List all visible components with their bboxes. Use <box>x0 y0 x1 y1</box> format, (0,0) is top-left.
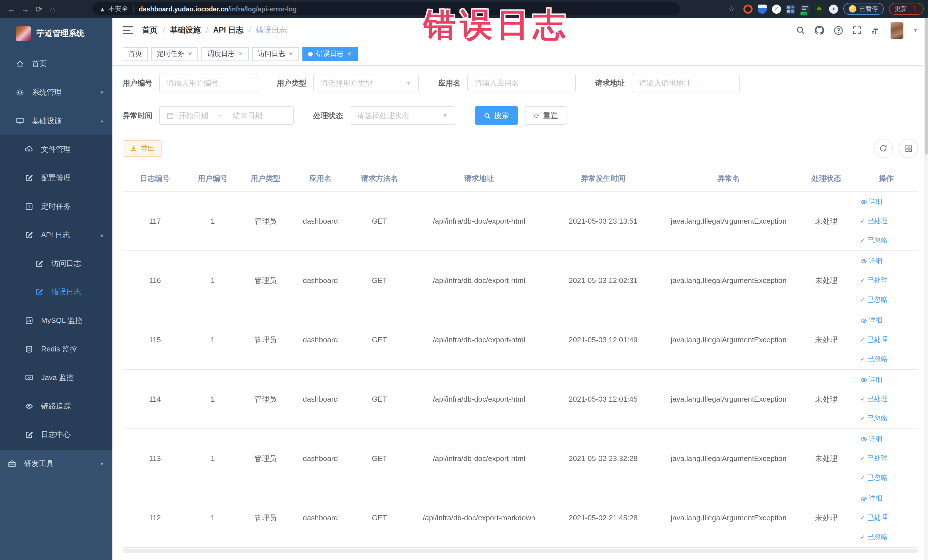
mark-processed-link[interactable]: ✓ 已处理 <box>860 394 887 404</box>
mark-processed-link[interactable]: ✓ 已处理 <box>860 216 887 226</box>
font-size-icon[interactable] <box>871 26 881 35</box>
sidebar-item-scheduled-jobs[interactable]: 定时任务 <box>0 192 112 221</box>
mark-ignored-link[interactable]: ✓ 已忽略 <box>860 295 887 305</box>
mark-ignored-link[interactable]: ✓ 已忽略 <box>860 473 887 483</box>
extension-leaf-icon[interactable]: ☘ <box>815 4 824 14</box>
security-warning-icon[interactable]: ▲ <box>99 5 105 12</box>
col-url: 请求地址 <box>411 167 547 191</box>
vertical-scrollbar[interactable] <box>924 18 928 560</box>
cell-user-type: 管理员 <box>238 310 293 369</box>
check-icon: ✓ <box>860 356 865 363</box>
app-name-input[interactable]: 请输入应用名 <box>467 73 576 92</box>
extension-on-badge-icon[interactable]: on <box>800 4 810 14</box>
browser-forward-icon[interactable]: → <box>18 2 32 16</box>
mark-processed-link[interactable]: ✓ 已处理 <box>860 335 887 345</box>
url-path: /infra/log/api-error-log <box>228 5 297 12</box>
breadcrumb-home[interactable]: 首页 <box>142 25 157 35</box>
detail-link[interactable]: 详细 <box>860 197 882 206</box>
extension-pinwheel-icon[interactable]: ✦ <box>829 4 838 14</box>
col-time: 异常发生时间 <box>547 167 659 191</box>
sidebar-item-config-mgmt[interactable]: 配置管理 <box>0 164 112 192</box>
request-url-input[interactable]: 请输入请求地址 <box>632 73 740 92</box>
detail-link[interactable]: 详细 <box>860 493 882 503</box>
exception-time-range-picker[interactable]: 开始日期 ~ 结束日期 <box>159 106 294 125</box>
tab-access-log[interactable]: 访问日志✕ <box>252 47 299 61</box>
bookmark-star-icon[interactable]: ☆ <box>725 2 738 16</box>
user-menu-caret-icon[interactable]: ▼ <box>913 27 918 33</box>
close-icon[interactable]: ✕ <box>289 51 293 57</box>
user-id-input[interactable]: 请输入用户编号 <box>159 73 257 92</box>
address-bar[interactable]: ▲ 不安全 dashboard.yudao.iocoder.cn/infra/l… <box>92 2 680 15</box>
scrollbar-thumb[interactable] <box>925 18 928 155</box>
sidebar-item-error-log[interactable]: 错误日志 <box>0 278 112 307</box>
browser-update-button[interactable]: 更新 ⋮ <box>889 3 924 15</box>
mark-processed-link[interactable]: ✓ 已处理 <box>860 453 887 463</box>
mark-ignored-link[interactable]: ✓ 已忽略 <box>860 354 887 364</box>
sidebar-item-system-mgmt[interactable]: 系统管理 ▼ <box>0 78 112 107</box>
user-avatar[interactable] <box>890 21 904 39</box>
profile-paused-badge[interactable]: 已暂停 <box>843 3 884 15</box>
edit-icon <box>25 174 33 182</box>
extension-grid-icon[interactable] <box>786 4 795 14</box>
cell-app-name: dashboard <box>293 310 348 369</box>
sidebar-item-file-mgmt[interactable]: 文件管理 <box>0 135 112 164</box>
breadcrumb-api-log[interactable]: API 日志 <box>213 25 244 35</box>
browser-home-icon[interactable]: ⌂ <box>46 2 60 16</box>
sidebar-toggle-icon[interactable] <box>123 26 133 34</box>
tab-scheduled-jobs[interactable]: 定时任务✕ <box>151 47 198 61</box>
browser-reload-icon[interactable]: ⟳ <box>32 2 46 16</box>
detail-link[interactable]: 详细 <box>860 316 882 325</box>
search-button[interactable]: 搜索 <box>475 106 518 125</box>
refresh-button[interactable] <box>873 139 893 158</box>
sidebar-item-log-center[interactable]: 日志中心 <box>0 421 112 449</box>
detail-link[interactable]: 详细 <box>860 256 882 266</box>
sidebar-item-api-log[interactable]: API 日志 ▲ <box>0 221 112 249</box>
detail-link[interactable]: 详细 <box>860 375 882 385</box>
breadcrumb-infra[interactable]: 基础设施 <box>170 25 201 35</box>
tab-home[interactable]: 首页 <box>123 47 148 61</box>
detail-link[interactable]: 详细 <box>860 434 882 444</box>
export-button[interactable]: 导出 <box>123 140 162 157</box>
sidebar-item-mysql-monitor[interactable]: MySQL 监控 <box>0 307 112 335</box>
close-icon[interactable]: ✕ <box>347 51 352 57</box>
home-icon <box>16 60 24 68</box>
tab-error-log[interactable]: 错误日志✕ <box>302 47 357 61</box>
mark-processed-link[interactable]: ✓ 已处理 <box>860 513 887 523</box>
mark-ignored-link[interactable]: ✓ 已忽略 <box>860 533 887 542</box>
col-method: 请求方法名 <box>348 167 411 191</box>
close-icon[interactable]: ✕ <box>238 51 243 57</box>
help-icon[interactable] <box>833 25 843 35</box>
sidebar-item-java-monitor[interactable]: Java 监控 <box>0 363 112 392</box>
horizontal-scrollbar[interactable] <box>123 549 918 553</box>
process-status-select[interactable]: 请选择处理状态▼ <box>350 106 455 125</box>
extension-shield-icon[interactable] <box>758 4 767 14</box>
close-icon[interactable]: ✕ <box>188 51 192 57</box>
browser-back-icon[interactable]: ← <box>5 2 18 16</box>
sidebar-item-home[interactable]: 首页 <box>0 50 112 78</box>
mark-ignored-link[interactable]: ✓ 已忽略 <box>860 236 887 245</box>
cell-user-type: 管理员 <box>238 191 293 251</box>
reset-button[interactable]: ⟳ 重置 <box>525 106 567 125</box>
tab-schedule-log[interactable]: 调度日志✕ <box>202 47 249 61</box>
extension-green-v-icon[interactable]: ✓ <box>772 4 781 14</box>
security-label[interactable]: 不安全 <box>108 5 128 13</box>
sidebar-item-infrastructure[interactable]: 基础设施 ▲ <box>0 107 112 135</box>
fullscreen-icon[interactable] <box>852 26 862 35</box>
col-app-name: 应用名 <box>293 167 348 191</box>
sidebar-item-redis-monitor[interactable]: Redis 监控 <box>0 335 112 363</box>
sidebar-item-dev-tools[interactable]: 研发工具 ▼ <box>0 450 112 478</box>
extension-orange-icon[interactable] <box>743 4 752 14</box>
sidebar-logo[interactable]: 芋道管理系统 <box>0 18 112 50</box>
sidebar-item-tracing[interactable]: 链路追踪 <box>0 392 112 421</box>
github-icon[interactable] <box>814 25 824 35</box>
column-settings-button[interactable] <box>899 139 918 158</box>
mark-ignored-link[interactable]: ✓ 已忽略 <box>860 414 887 423</box>
cell-exception: java.lang.IllegalArgumentException <box>659 191 798 251</box>
cell-method: GET <box>348 310 411 369</box>
user-type-select[interactable]: 请选择用户类型▼ <box>313 73 419 92</box>
search-icon[interactable] <box>796 26 805 35</box>
sidebar-item-access-log[interactable]: 访问日志 <box>0 249 112 278</box>
browser-menu-icon[interactable]: ⋮ <box>911 5 918 12</box>
mark-processed-link[interactable]: ✓ 已处理 <box>860 276 887 285</box>
table-row: 114 1 管理员 dashboard GET /api/infra/db-do… <box>123 369 918 429</box>
